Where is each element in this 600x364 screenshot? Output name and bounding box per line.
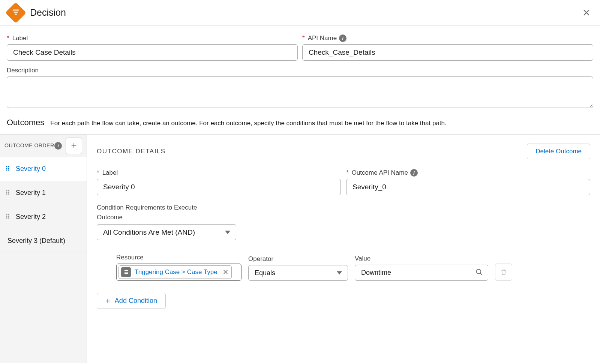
dialog-title: Decision [30, 7, 580, 18]
outcome-api-label: *Outcome API Name i [346, 169, 590, 177]
decision-icon [5, 2, 27, 23]
sidebar-item-severity-0[interactable]: Severity 0 [0, 157, 87, 181]
sidebar-item-label: Severity 2 [16, 213, 46, 221]
delete-condition-button[interactable] [495, 264, 512, 281]
value-input[interactable] [355, 265, 488, 281]
api-name-input[interactable] [302, 44, 593, 61]
info-icon[interactable]: i [339, 34, 346, 42]
condition-requirements-label: Condition Requirements to Execute Outcom… [97, 203, 224, 222]
resource-input[interactable]: Triggering Case > Case Type ✕ [116, 264, 242, 281]
outcome-label-input[interactable] [97, 179, 341, 195]
description-field-label: Description [7, 67, 593, 74]
value-label: Value [355, 255, 488, 262]
plus-icon: + [105, 298, 110, 304]
svg-rect-0 [13, 9, 19, 10]
outcome-api-input[interactable] [346, 179, 590, 195]
dialog-header: Decision ✕ [0, 0, 600, 25]
drag-handle-icon[interactable] [5, 216, 10, 218]
info-icon[interactable]: i [410, 169, 418, 177]
svg-rect-5 [124, 272, 124, 273]
add-condition-button[interactable]: + Add Condition [97, 293, 166, 309]
sidebar-item-label: Severity 1 [16, 189, 46, 197]
svg-rect-1 [14, 12, 18, 13]
operator-select[interactable]: Equals [248, 265, 348, 281]
delete-outcome-button[interactable]: Delete Outcome [527, 144, 590, 159]
svg-rect-3 [124, 270, 124, 271]
sidebar-item-label: Severity 3 (Default) [8, 237, 65, 245]
top-section: *Label *API Name i Description [0, 25, 600, 118]
pill-remove-icon[interactable]: ✕ [223, 268, 228, 276]
outcomes-help-text: For each path the flow can take, create … [50, 120, 446, 127]
label-field-label: *Label [7, 34, 298, 42]
add-outcome-button[interactable]: + [66, 138, 82, 154]
operator-label: Operator [248, 255, 348, 263]
label-input[interactable] [7, 44, 298, 61]
resource-label: Resource [116, 254, 242, 261]
condition-requirements-select[interactable]: All Conditions Are Met (AND) [97, 224, 236, 240]
outcome-details-title: OUTCOME DETAILS [97, 148, 527, 155]
resource-pill-text: Triggering Case > Case Type [135, 268, 218, 276]
sidebar-item-default[interactable]: Severity 3 (Default) [0, 229, 87, 253]
sidebar-item-severity-1[interactable]: Severity 1 [0, 181, 87, 205]
outcome-label-label: *Label [97, 169, 341, 177]
drag-handle-icon[interactable] [5, 168, 10, 170]
outcome-sidebar: OUTCOME ORDER i + Severity 0 Severity 1 … [0, 135, 87, 363]
svg-rect-7 [124, 273, 124, 274]
sidebar-item-severity-2[interactable]: Severity 2 [0, 205, 87, 229]
drag-handle-icon[interactable] [5, 192, 10, 194]
outcome-details: OUTCOME DETAILS Delete Outcome *Label *O… [87, 135, 600, 363]
close-button[interactable]: ✕ [580, 6, 593, 19]
sidebar-item-label: Severity 0 [16, 165, 46, 173]
resource-pill[interactable]: Triggering Case > Case Type ✕ [118, 265, 232, 279]
info-icon[interactable]: i [54, 142, 62, 150]
svg-rect-2 [15, 13, 17, 15]
list-icon [121, 267, 131, 277]
svg-rect-6 [125, 272, 128, 273]
svg-rect-4 [125, 270, 128, 271]
outcomes-heading: Outcomes [7, 118, 44, 127]
svg-rect-8 [125, 273, 128, 274]
sidebar-title: OUTCOME ORDER [4, 142, 54, 149]
description-input[interactable] [7, 76, 593, 108]
api-name-field-label: *API Name i [302, 34, 593, 42]
